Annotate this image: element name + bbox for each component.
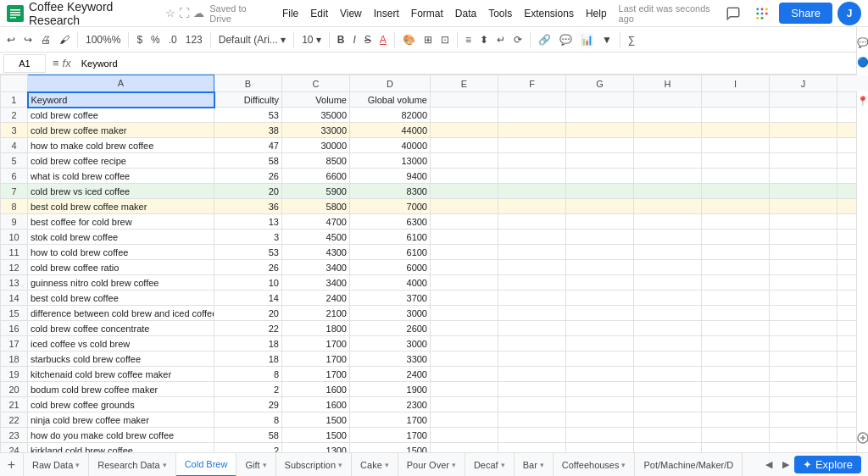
- cell[interactable]: cold brew coffee ratio: [28, 260, 214, 275]
- cell[interactable]: Volume: [282, 92, 350, 108]
- sheet-tab[interactable]: Decaf▾: [465, 453, 515, 477]
- cell-empty[interactable]: [566, 138, 634, 153]
- sheet-tab[interactable]: Coffeehouses▾: [554, 453, 636, 477]
- tab-dropdown-arrow[interactable]: ▾: [263, 461, 267, 469]
- cell-empty[interactable]: [702, 306, 770, 321]
- cell[interactable]: 3: [214, 230, 282, 245]
- cell-empty[interactable]: [498, 336, 566, 351]
- cell-empty[interactable]: [566, 351, 634, 367]
- cell-empty[interactable]: [770, 291, 837, 306]
- menu-format[interactable]: Format: [406, 6, 448, 21]
- cell[interactable]: 8300: [350, 184, 431, 199]
- star-icon[interactable]: ☆: [165, 7, 175, 19]
- cell-empty[interactable]: [431, 199, 498, 214]
- cell-empty[interactable]: [702, 169, 770, 184]
- cell[interactable]: ninja cold brew coffee maker: [28, 412, 214, 428]
- cell-empty[interactable]: [770, 351, 837, 367]
- cell-empty[interactable]: [702, 382, 770, 397]
- cell[interactable]: 1700: [282, 336, 350, 351]
- halign-button[interactable]: ≡: [462, 32, 475, 47]
- cell-empty[interactable]: [498, 260, 566, 275]
- cell-empty[interactable]: [702, 367, 770, 382]
- cell[interactable]: 8: [214, 412, 282, 428]
- number-format[interactable]: 123: [182, 32, 206, 47]
- cell-empty[interactable]: [566, 382, 634, 397]
- cell-empty[interactable]: [566, 306, 634, 321]
- cell[interactable]: cold brew coffee grounds: [28, 397, 214, 412]
- cell-empty[interactable]: [634, 214, 702, 230]
- cell[interactable]: 7000: [350, 199, 431, 214]
- cell[interactable]: cold brew coffee concentrate: [28, 321, 214, 336]
- cell[interactable]: 3400: [282, 275, 350, 291]
- cell[interactable]: 10: [214, 275, 282, 291]
- cell-empty[interactable]: [498, 321, 566, 336]
- sheet-tab[interactable]: Cold Brew: [176, 453, 237, 477]
- cell-empty[interactable]: [770, 245, 837, 260]
- cloud-icon[interactable]: ☁: [193, 7, 204, 19]
- cell[interactable]: 53: [214, 245, 282, 260]
- cell[interactable]: 4300: [282, 245, 350, 260]
- col-header-e[interactable]: E: [431, 75, 498, 92]
- avatar[interactable]: J: [837, 2, 861, 25]
- menu-extensions[interactable]: Extensions: [519, 6, 579, 21]
- borders-button[interactable]: ⊞: [420, 32, 436, 47]
- cell-empty[interactable]: [431, 306, 498, 321]
- cell-empty[interactable]: [770, 443, 837, 453]
- cell[interactable]: 29: [214, 397, 282, 412]
- cell[interactable]: Global volume: [350, 92, 431, 108]
- cell-empty[interactable]: [498, 367, 566, 382]
- cell-empty[interactable]: [634, 245, 702, 260]
- cell[interactable]: 2: [214, 382, 282, 397]
- cell[interactable]: 6100: [350, 230, 431, 245]
- cell-empty[interactable]: [566, 336, 634, 351]
- cell-empty[interactable]: [431, 291, 498, 306]
- cell-empty[interactable]: [770, 382, 837, 397]
- cell[interactable]: kitchenaid cold brew coffee maker: [28, 367, 214, 382]
- sheet-tab[interactable]: Subscription▾: [276, 453, 353, 477]
- cell[interactable]: 30000: [282, 138, 350, 153]
- cell[interactable]: 5900: [282, 184, 350, 199]
- cell-empty[interactable]: [498, 108, 566, 123]
- cell[interactable]: how do you make cold brew coffee: [28, 428, 214, 443]
- cell[interactable]: 2400: [282, 291, 350, 306]
- cell-empty[interactable]: [634, 169, 702, 184]
- cell-empty[interactable]: [498, 245, 566, 260]
- tab-dropdown-arrow[interactable]: ▾: [540, 461, 544, 469]
- cell-empty[interactable]: [498, 92, 566, 108]
- cell[interactable]: 26: [214, 260, 282, 275]
- cell-empty[interactable]: [498, 351, 566, 367]
- cell-empty[interactable]: [770, 367, 837, 382]
- cell-empty[interactable]: [702, 214, 770, 230]
- col-header-k[interactable]: K: [837, 75, 869, 92]
- cell-empty[interactable]: [702, 245, 770, 260]
- cell-empty[interactable]: [770, 306, 837, 321]
- menu-edit[interactable]: Edit: [305, 6, 333, 21]
- cell-empty[interactable]: [431, 275, 498, 291]
- cell[interactable]: 22: [214, 321, 282, 336]
- cell-empty[interactable]: [770, 138, 837, 153]
- cell-empty[interactable]: [431, 214, 498, 230]
- cell-empty[interactable]: [566, 184, 634, 199]
- sheet-tab[interactable]: Research Data▾: [89, 453, 175, 477]
- tab-dropdown-arrow[interactable]: ▾: [501, 461, 505, 469]
- cell[interactable]: cold brew coffee maker: [28, 123, 214, 138]
- cell[interactable]: 3400: [282, 260, 350, 275]
- add-sheet-button[interactable]: +: [0, 453, 24, 477]
- cell-empty[interactable]: [634, 199, 702, 214]
- cell[interactable]: Difficulty: [214, 92, 282, 108]
- cell-empty[interactable]: [431, 428, 498, 443]
- cell-empty[interactable]: [634, 291, 702, 306]
- cell-empty[interactable]: [634, 138, 702, 153]
- cell[interactable]: 38: [214, 123, 282, 138]
- cell-empty[interactable]: [498, 123, 566, 138]
- cell[interactable]: how to make cold brew coffee: [28, 138, 214, 153]
- percent-button[interactable]: %: [147, 32, 164, 47]
- move-icon[interactable]: ⛶: [179, 7, 190, 19]
- cell-empty[interactable]: [431, 123, 498, 138]
- cell-empty[interactable]: [770, 321, 837, 336]
- tab-dropdown-arrow[interactable]: ▾: [338, 461, 342, 469]
- cell[interactable]: 6000: [350, 260, 431, 275]
- cell-reference-input[interactable]: [3, 54, 46, 73]
- formula-expand-icon[interactable]: ≡: [53, 57, 59, 69]
- cell-empty[interactable]: [770, 92, 837, 108]
